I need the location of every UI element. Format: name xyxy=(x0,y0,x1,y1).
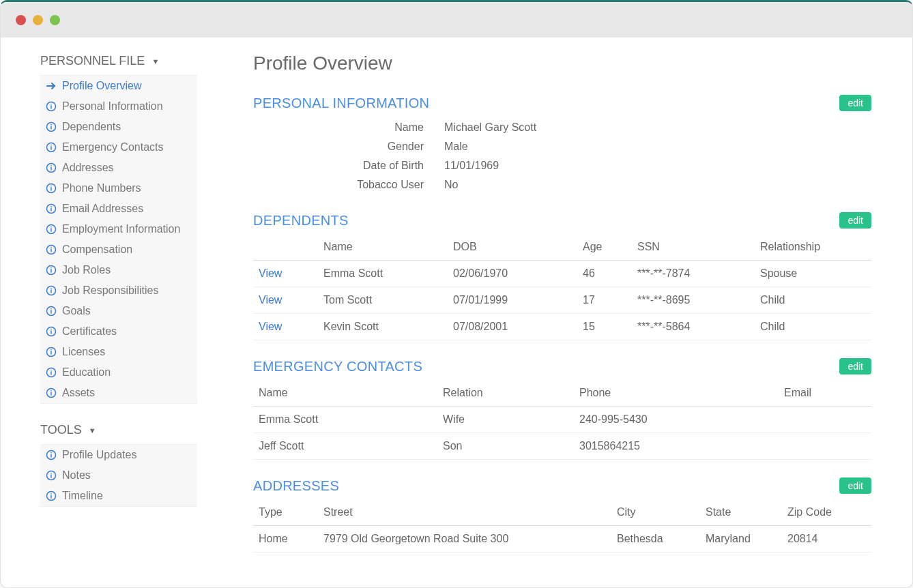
table-row: Home7979 Old Georgetown Road Suite 300Be… xyxy=(253,526,871,553)
table-cell: View xyxy=(253,314,318,340)
sidebar-item[interactable]: Timeline xyxy=(40,486,197,506)
table-cell: ***-**-5864 xyxy=(632,314,755,340)
table-header-cell: Phone xyxy=(574,380,779,407)
table-header-cell: State xyxy=(700,499,782,526)
svg-point-21 xyxy=(50,226,52,228)
section-title-addresses: ADDRESSES xyxy=(253,478,339,494)
table-header-cell: Age xyxy=(577,234,632,261)
view-link[interactable]: View xyxy=(259,321,282,332)
sidebar-item-label: Addresses xyxy=(62,162,114,174)
maximize-window-button[interactable] xyxy=(50,15,60,25)
table-header-cell: Relation xyxy=(437,380,574,407)
section-title-personal: PERSONAL INFORMATION xyxy=(253,95,429,111)
edit-personal-button[interactable]: edit xyxy=(839,95,871,111)
table-cell: Wife xyxy=(437,407,574,433)
sidebar-item[interactable]: Job Roles xyxy=(40,260,197,280)
sidebar-item[interactable]: Notes xyxy=(40,465,197,486)
sidebar-item[interactable]: Job Responsibilities xyxy=(40,280,197,301)
table-header-cell: Email xyxy=(779,380,871,407)
table-cell: Bethesda xyxy=(611,526,700,553)
kv-label: Name xyxy=(253,121,444,134)
svg-point-42 xyxy=(50,370,52,371)
table-cell: View xyxy=(253,287,318,314)
table-cell: Tom Scott xyxy=(318,287,448,314)
sidebar-item[interactable]: Licenses xyxy=(40,342,197,362)
sidebar-group-header[interactable]: PERSONNEL FILE▼ xyxy=(40,50,197,75)
table-cell: Son xyxy=(437,433,574,460)
svg-point-27 xyxy=(50,267,52,269)
info-icon xyxy=(46,367,57,378)
close-window-button[interactable] xyxy=(16,15,26,25)
minimize-window-button[interactable] xyxy=(33,15,43,25)
info-icon xyxy=(46,347,57,357)
table-header-cell: Name xyxy=(253,380,437,407)
table-header-cell: DOB xyxy=(448,234,577,261)
sidebar-group-title: TOOLS xyxy=(40,423,82,437)
sidebar-item[interactable]: Certificates xyxy=(40,321,197,342)
info-icon xyxy=(46,101,57,112)
table-cell: View xyxy=(253,261,318,287)
page-title: Profile Overview xyxy=(253,53,871,74)
sidebar-item[interactable]: Emergency Contacts xyxy=(40,137,197,158)
sidebar-item[interactable]: Compensation xyxy=(40,239,197,260)
info-icon xyxy=(46,162,57,173)
sidebar-item-label: Goals xyxy=(62,305,91,317)
table-cell xyxy=(779,433,871,460)
info-icon xyxy=(46,203,57,214)
table-row: ViewKevin Scott07/08/200115***-**-5864Ch… xyxy=(253,314,871,340)
edit-emergency-button[interactable]: edit xyxy=(839,358,871,374)
table-cell: Child xyxy=(755,287,871,314)
sidebar-item[interactable]: Goals xyxy=(40,301,197,321)
sidebar-item-label: Licenses xyxy=(62,346,105,358)
table-header-cell: Name xyxy=(318,234,448,261)
svg-point-6 xyxy=(50,124,52,126)
svg-point-45 xyxy=(50,390,52,392)
sidebar-item[interactable]: Education xyxy=(40,362,197,383)
section-dependents: DEPENDENTS edit NameDOBAgeSSNRelationshi… xyxy=(253,212,871,340)
sidebar-item[interactable]: Personal Information xyxy=(40,96,197,117)
kv-label: Date of Birth xyxy=(253,160,444,172)
sidebar-item[interactable]: Profile Overview xyxy=(40,76,197,96)
sidebar-item[interactable]: Phone Numbers xyxy=(40,178,197,199)
sidebar-group-header[interactable]: TOOLS▼ xyxy=(40,419,197,444)
sidebar-item-label: Profile Overview xyxy=(62,80,141,92)
info-icon xyxy=(46,121,57,132)
sidebar-item[interactable]: Email Addresses xyxy=(40,199,197,219)
edit-addresses-button[interactable]: edit xyxy=(839,477,871,494)
sidebar-item[interactable]: Assets xyxy=(40,383,197,403)
info-icon xyxy=(46,224,57,235)
table-cell: 07/01/1999 xyxy=(448,287,577,314)
sidebar-item-label: Personal Information xyxy=(62,100,163,113)
table-cell: 3015864215 xyxy=(574,433,779,460)
table-cell: Maryland xyxy=(700,526,782,553)
view-link[interactable]: View xyxy=(259,294,282,306)
view-link[interactable]: View xyxy=(259,267,282,279)
sidebar-item[interactable]: Profile Updates xyxy=(40,445,197,465)
section-personal-info: PERSONAL INFORMATION edit NameMichael Ga… xyxy=(253,95,871,194)
dependents-table: NameDOBAgeSSNRelationship ViewEmma Scott… xyxy=(253,234,871,340)
kv-row: GenderMale xyxy=(253,137,871,156)
table-cell: ***-**-7874 xyxy=(632,261,755,287)
section-title-dependents: DEPENDENTS xyxy=(253,213,349,229)
table-header-cell: Zip Code xyxy=(782,499,871,526)
table-cell: 17 xyxy=(577,287,632,314)
kv-value: No xyxy=(444,179,871,191)
table-cell: 7979 Old Georgetown Road Suite 300 xyxy=(318,526,611,553)
kv-row: Date of Birth11/01/1969 xyxy=(253,156,871,175)
sidebar: PERSONNEL FILE▼Profile OverviewPersonal … xyxy=(1,38,212,587)
info-icon xyxy=(46,490,57,501)
sidebar-item[interactable]: Dependents xyxy=(40,117,197,137)
content-area: PERSONNEL FILE▼Profile OverviewPersonal … xyxy=(1,38,912,587)
kv-row: Tobacco UserNo xyxy=(253,175,871,194)
sidebar-item-label: Job Responsibilities xyxy=(62,284,158,297)
edit-dependents-button[interactable]: edit xyxy=(839,212,871,229)
sidebar-item[interactable]: Addresses xyxy=(40,158,197,178)
table-cell: Home xyxy=(253,526,318,553)
svg-point-9 xyxy=(50,145,52,146)
info-icon xyxy=(46,142,57,153)
table-cell: Kevin Scott xyxy=(318,314,448,340)
svg-point-48 xyxy=(50,452,52,454)
sidebar-item[interactable]: Employment Information xyxy=(40,219,197,239)
kv-label: Tobacco User xyxy=(253,179,444,191)
section-emergency: EMERGENCY CONTACTS edit NameRelationPhon… xyxy=(253,358,871,460)
